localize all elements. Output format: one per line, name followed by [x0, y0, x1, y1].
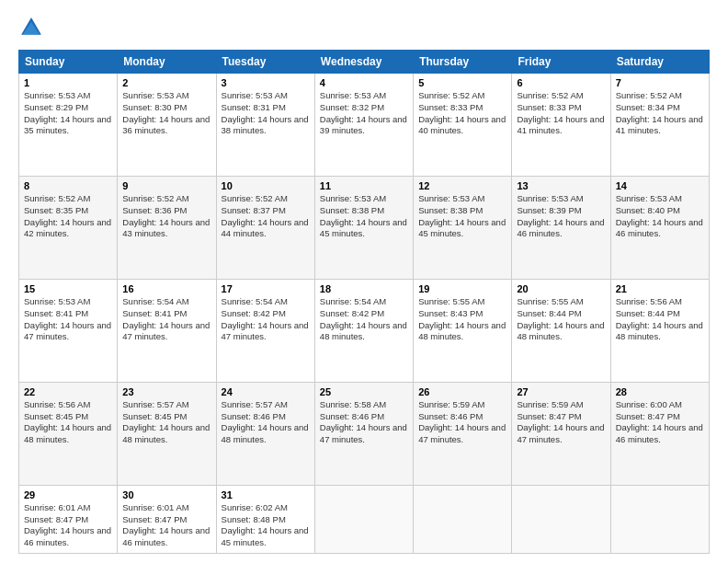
day-info: Sunrise: 5:57 AM Sunset: 8:45 PM Dayligh…: [122, 399, 210, 446]
calendar-cell: 28 Sunrise: 6:00 AM Sunset: 8:47 PM Dayl…: [610, 382, 709, 485]
weekday-header-wednesday: Wednesday: [314, 51, 413, 74]
daylight-label: Daylight: 14 hours and 42 minutes.: [24, 217, 111, 239]
day-info: Sunrise: 6:01 AM Sunset: 8:47 PM Dayligh…: [24, 502, 112, 549]
day-number: 22: [24, 386, 112, 397]
day-info: Sunrise: 5:54 AM Sunset: 8:42 PM Dayligh…: [320, 296, 408, 343]
weekday-header-thursday: Thursday: [414, 51, 512, 74]
sunrise-label: Sunrise: 6:01 AM: [122, 502, 188, 512]
day-info: Sunrise: 5:59 AM Sunset: 8:46 PM Dayligh…: [418, 399, 506, 446]
daylight-label: Daylight: 14 hours and 47 minutes.: [320, 422, 407, 444]
logo-icon: [18, 15, 44, 40]
calendar-cell: 4 Sunrise: 5:53 AM Sunset: 8:32 PM Dayli…: [314, 74, 413, 177]
daylight-label: Daylight: 14 hours and 46 minutes.: [517, 217, 604, 239]
daylight-label: Daylight: 14 hours and 45 minutes.: [222, 525, 309, 547]
sunrise-label: Sunrise: 5:53 AM: [222, 90, 288, 100]
calendar-cell: 6 Sunrise: 5:52 AM Sunset: 8:33 PM Dayli…: [512, 74, 610, 177]
daylight-label: Daylight: 14 hours and 47 minutes.: [418, 422, 506, 444]
sunrise-label: Sunrise: 6:01 AM: [24, 502, 90, 512]
sunset-label: Sunset: 8:44 PM: [517, 308, 581, 318]
sunset-label: Sunset: 8:35 PM: [24, 205, 88, 215]
day-number: 16: [122, 283, 210, 294]
day-number: 2: [122, 77, 210, 88]
calendar-cell: 16 Sunrise: 5:54 AM Sunset: 8:41 PM Dayl…: [118, 279, 216, 382]
calendar-cell: 18 Sunrise: 5:54 AM Sunset: 8:42 PM Dayl…: [314, 279, 413, 382]
sunrise-label: Sunrise: 5:54 AM: [222, 296, 288, 306]
daylight-label: Daylight: 14 hours and 48 minutes.: [320, 320, 407, 342]
sunrise-label: Sunrise: 5:54 AM: [320, 296, 386, 306]
sunset-label: Sunset: 8:37 PM: [222, 205, 286, 215]
calendar-week-2: 8 Sunrise: 5:52 AM Sunset: 8:35 PM Dayli…: [19, 176, 710, 279]
calendar-week-5: 29 Sunrise: 6:01 AM Sunset: 8:47 PM Dayl…: [19, 485, 710, 553]
day-info: Sunrise: 5:53 AM Sunset: 8:32 PM Dayligh…: [320, 90, 408, 137]
calendar-cell: [610, 485, 709, 553]
sunset-label: Sunset: 8:32 PM: [320, 102, 384, 112]
day-number: 15: [24, 283, 112, 294]
calendar-cell: 11 Sunrise: 5:53 AM Sunset: 8:38 PM Dayl…: [314, 176, 413, 279]
calendar-cell: 19 Sunrise: 5:55 AM Sunset: 8:43 PM Dayl…: [414, 279, 512, 382]
daylight-label: Daylight: 14 hours and 48 minutes.: [222, 422, 309, 444]
calendar-cell: 10 Sunrise: 5:52 AM Sunset: 8:37 PM Dayl…: [216, 176, 314, 279]
day-info: Sunrise: 5:53 AM Sunset: 8:29 PM Dayligh…: [24, 90, 112, 137]
day-info: Sunrise: 5:53 AM Sunset: 8:41 PM Dayligh…: [24, 296, 112, 343]
sunset-label: Sunset: 8:40 PM: [616, 205, 680, 215]
day-info: Sunrise: 5:53 AM Sunset: 8:40 PM Dayligh…: [616, 193, 704, 240]
weekday-header-friday: Friday: [512, 51, 610, 74]
sunrise-label: Sunrise: 5:57 AM: [122, 399, 188, 409]
calendar-cell: 5 Sunrise: 5:52 AM Sunset: 8:33 PM Dayli…: [414, 74, 512, 177]
calendar-cell: 13 Sunrise: 5:53 AM Sunset: 8:39 PM Dayl…: [512, 176, 610, 279]
daylight-label: Daylight: 14 hours and 45 minutes.: [418, 217, 506, 239]
sunset-label: Sunset: 8:38 PM: [418, 205, 483, 215]
sunrise-label: Sunrise: 5:59 AM: [418, 399, 484, 409]
weekday-header-row: SundayMondayTuesdayWednesdayThursdayFrid…: [19, 51, 710, 74]
sunrise-label: Sunrise: 5:53 AM: [24, 296, 90, 306]
calendar-cell: 12 Sunrise: 5:53 AM Sunset: 8:38 PM Dayl…: [414, 176, 512, 279]
sunrise-label: Sunrise: 5:53 AM: [517, 193, 583, 203]
day-number: 31: [222, 489, 310, 500]
sunrise-label: Sunrise: 5:53 AM: [418, 193, 484, 203]
day-number: 4: [320, 77, 408, 88]
calendar-cell: [414, 485, 512, 553]
sunrise-label: Sunrise: 6:00 AM: [616, 399, 682, 409]
sunset-label: Sunset: 8:46 PM: [222, 411, 286, 421]
daylight-label: Daylight: 14 hours and 40 minutes.: [418, 114, 506, 136]
sunrise-label: Sunrise: 5:56 AM: [24, 399, 90, 409]
daylight-label: Daylight: 14 hours and 41 minutes.: [616, 114, 703, 136]
sunset-label: Sunset: 8:45 PM: [122, 411, 187, 421]
day-number: 17: [222, 283, 310, 294]
sunset-label: Sunset: 8:46 PM: [320, 411, 384, 421]
day-number: 12: [418, 180, 506, 191]
daylight-label: Daylight: 14 hours and 46 minutes.: [24, 525, 111, 547]
day-number: 11: [320, 180, 408, 191]
day-info: Sunrise: 6:02 AM Sunset: 8:48 PM Dayligh…: [222, 502, 310, 549]
day-number: 26: [418, 386, 506, 397]
day-number: 7: [616, 77, 704, 88]
day-number: 8: [24, 180, 112, 191]
sunset-label: Sunset: 8:47 PM: [24, 514, 88, 524]
sunset-label: Sunset: 8:47 PM: [616, 411, 680, 421]
day-info: Sunrise: 5:53 AM Sunset: 8:31 PM Dayligh…: [222, 90, 310, 137]
sunset-label: Sunset: 8:33 PM: [418, 102, 483, 112]
daylight-label: Daylight: 14 hours and 35 minutes.: [24, 114, 111, 136]
calendar-week-1: 1 Sunrise: 5:53 AM Sunset: 8:29 PM Dayli…: [19, 74, 710, 177]
daylight-label: Daylight: 14 hours and 47 minutes.: [222, 320, 309, 342]
day-info: Sunrise: 5:52 AM Sunset: 8:33 PM Dayligh…: [517, 90, 605, 137]
sunrise-label: Sunrise: 5:52 AM: [122, 193, 188, 203]
calendar-cell: 15 Sunrise: 5:53 AM Sunset: 8:41 PM Dayl…: [19, 279, 118, 382]
sunset-label: Sunset: 8:39 PM: [517, 205, 581, 215]
calendar-cell: [314, 485, 413, 553]
sunrise-label: Sunrise: 5:58 AM: [320, 399, 386, 409]
sunset-label: Sunset: 8:41 PM: [24, 308, 88, 318]
sunrise-label: Sunrise: 5:53 AM: [616, 193, 682, 203]
sunrise-label: Sunrise: 5:53 AM: [24, 90, 90, 100]
day-number: 23: [122, 386, 210, 397]
day-info: Sunrise: 5:53 AM Sunset: 8:38 PM Dayligh…: [320, 193, 408, 240]
sunrise-label: Sunrise: 5:59 AM: [517, 399, 583, 409]
daylight-label: Daylight: 14 hours and 43 minutes.: [122, 217, 210, 239]
calendar-cell: 31 Sunrise: 6:02 AM Sunset: 8:48 PM Dayl…: [216, 485, 314, 553]
header: [18, 15, 710, 40]
day-info: Sunrise: 5:59 AM Sunset: 8:47 PM Dayligh…: [517, 399, 605, 446]
weekday-header-saturday: Saturday: [610, 51, 709, 74]
daylight-label: Daylight: 14 hours and 36 minutes.: [122, 114, 210, 136]
day-info: Sunrise: 5:55 AM Sunset: 8:43 PM Dayligh…: [418, 296, 506, 343]
daylight-label: Daylight: 14 hours and 48 minutes.: [418, 320, 506, 342]
